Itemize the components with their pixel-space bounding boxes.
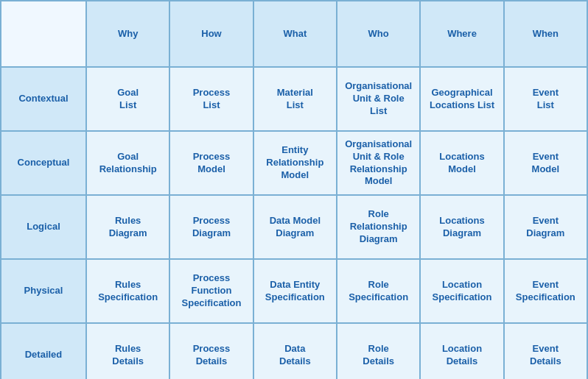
cell-detailed-what: DataDetails: [254, 324, 336, 379]
cell-contextual-when: EventList: [505, 68, 587, 130]
row-detailed: Detailed: [1, 324, 85, 379]
cell-conceptual-what: EntityRelationshipModel: [254, 132, 336, 194]
cell-detailed-when: EventDetails: [505, 324, 587, 379]
header-where: Where: [421, 1, 503, 66]
cell-logical-when: EventDiagram: [505, 196, 587, 258]
row-contextual: Contextual: [1, 68, 85, 130]
cell-detailed-why: RulesDetails: [87, 324, 169, 379]
cell-conceptual-why: GoalRelationship: [87, 132, 169, 194]
cell-physical-what: Data EntitySpecification: [254, 260, 336, 322]
cell-logical-how: ProcessDiagram: [170, 196, 252, 258]
row-conceptual: Conceptual: [1, 132, 85, 194]
cell-logical-why: RulesDiagram: [87, 196, 169, 258]
cell-contextual-how: ProcessList: [170, 68, 252, 130]
corner-cell: [1, 1, 85, 66]
header-what: What: [254, 1, 336, 66]
cell-physical-how: ProcessFunctionSpecification: [170, 260, 252, 322]
header-who: Who: [337, 1, 419, 66]
cell-detailed-where: LocationDetails: [421, 324, 503, 379]
cell-conceptual-where: LocationsModel: [421, 132, 503, 194]
row-physical: Physical: [1, 260, 85, 322]
cell-logical-what: Data ModelDiagram: [254, 196, 336, 258]
cell-contextual-who: OrganisationalUnit & RoleList: [337, 68, 419, 130]
cell-logical-where: LocationsDiagram: [421, 196, 503, 258]
cell-conceptual-when: EventModel: [505, 132, 587, 194]
zachman-framework-grid: Why How What Who Where When Contextual G…: [0, 0, 588, 379]
cell-detailed-who: RoleDetails: [337, 324, 419, 379]
cell-conceptual-how: ProcessModel: [170, 132, 252, 194]
cell-contextual-what: MaterialList: [254, 68, 336, 130]
row-logical: Logical: [1, 196, 85, 258]
cell-physical-when: EventSpecification: [505, 260, 587, 322]
cell-logical-who: RoleRelationshipDiagram: [337, 196, 419, 258]
cell-detailed-how: ProcessDetails: [170, 324, 252, 379]
cell-physical-why: RulesSpecification: [87, 260, 169, 322]
cell-physical-where: LocationSpecification: [421, 260, 503, 322]
header-how: How: [170, 1, 252, 66]
cell-physical-who: RoleSpecification: [337, 260, 419, 322]
header-when: When: [505, 1, 587, 66]
header-why: Why: [87, 1, 169, 66]
cell-contextual-why: GoalList: [87, 68, 169, 130]
cell-conceptual-who: OrganisationalUnit & RoleRelationshipMod…: [337, 132, 419, 194]
cell-contextual-where: GeographicalLocations List: [421, 68, 503, 130]
